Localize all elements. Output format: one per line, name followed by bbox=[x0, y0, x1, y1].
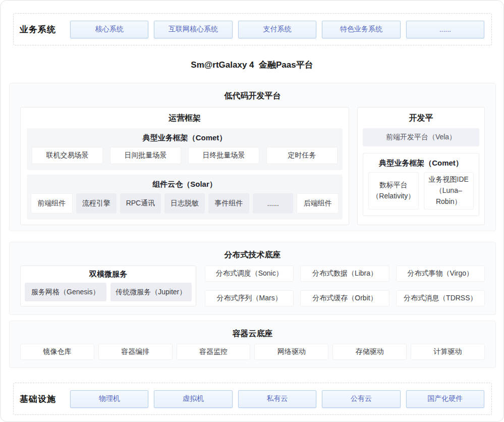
business-systems-row: 业务系统 核心系统 互联网核心系统 支付系统 特色业务系统 ...... bbox=[13, 13, 492, 45]
btn-container-orchestration[interactable]: 容器编排 bbox=[98, 344, 173, 360]
dev-comet-framework-title: 典型业务框架（Comet） bbox=[368, 154, 474, 172]
operation-framework-title: 运营框架 bbox=[21, 108, 349, 128]
luna-robin-line2: （Luna–Robin） bbox=[424, 185, 474, 207]
btn-network-driver[interactable]: 网络驱动 bbox=[254, 344, 328, 360]
btn-storage-driver[interactable]: 存储驱动 bbox=[332, 344, 407, 360]
btn-distributed-transaction-virgo[interactable]: 分布式事物（Virgo） bbox=[396, 266, 485, 282]
low-code-platform-section: 低代码开发平台 运营框架 典型业务框架（Comet） 联机交易场景 日间批量场景… bbox=[9, 83, 496, 231]
btn-payment-system[interactable]: 支付系统 bbox=[238, 21, 316, 38]
dual-mode-chip-row: 服务网格（Genesis） 传统微服务（Jupiter） bbox=[21, 283, 196, 301]
btn-core-system[interactable]: 核心系统 bbox=[70, 21, 148, 38]
btn-private-cloud[interactable]: 私有云 bbox=[238, 390, 316, 408]
btn-distributed-data-libra[interactable]: 分布式数据（Libra） bbox=[300, 266, 389, 282]
distributed-tech-title: 分布式技术底座 bbox=[10, 242, 495, 260]
btn-virtual-machine[interactable]: 虚拟机 bbox=[154, 390, 232, 408]
infrastructure-buttons: 物理机 虚拟机 私有云 公有云 国产化硬件 bbox=[70, 390, 484, 408]
architecture-diagram: 业务系统 核心系统 互联网核心系统 支付系统 特色业务系统 ...... Sm@… bbox=[0, 0, 504, 422]
chip-traditional-microservice-jupiter[interactable]: 传统微服务（Jupiter） bbox=[110, 283, 192, 301]
btn-distributed-cache-orbit[interactable]: 分布式缓存（Orbit） bbox=[300, 290, 389, 306]
chip-backend-component[interactable]: 后端组件 bbox=[297, 193, 339, 214]
btn-domestic-hardware[interactable]: 国产化硬件 bbox=[406, 390, 484, 408]
dev-platform-box: 开发平 前端开发平台（Vela） 典型业务框架（Comet） 数标平台 （Rel… bbox=[357, 107, 485, 225]
distributed-body: 双模微服务 服务网格（Genesis） 传统微服务（Jupiter） 分布式调度… bbox=[20, 266, 485, 306]
luna-robin-line1: 业务视图IDE bbox=[429, 174, 469, 185]
chip-process-engine[interactable]: 流程引擎 bbox=[76, 193, 117, 214]
container-cloud-title: 容器云底座 bbox=[10, 321, 495, 339]
comet-business-framework-title: 典型业务框架（Comet） bbox=[32, 129, 338, 147]
dev-comet-chip-row: 数标平台 （Relativity） 业务视图IDE （Luna–Robin） bbox=[368, 172, 474, 209]
chip-event-component[interactable]: 事件组件 bbox=[208, 193, 249, 214]
business-systems-label: 业务系统 bbox=[20, 24, 66, 35]
chip-more-components-ellipsis[interactable]: ...... bbox=[253, 193, 294, 214]
btn-eod-batch-scenario[interactable]: 日终批量场景 bbox=[188, 147, 259, 164]
distributed-tech-section: 分布式技术底座 双模微服务 服务网格（Genesis） 传统微服务（Jupite… bbox=[9, 242, 496, 315]
infrastructure-label: 基础设施 bbox=[20, 393, 66, 405]
btn-daytime-batch-scenario[interactable]: 日间批量场景 bbox=[110, 147, 181, 164]
dual-mode-microservice-title: 双模微服务 bbox=[21, 266, 196, 283]
btn-scheduled-task[interactable]: 定时任务 bbox=[266, 147, 338, 164]
chip-frontend-component[interactable]: 前端组件 bbox=[31, 193, 73, 214]
btn-physical-machine[interactable]: 物理机 bbox=[70, 390, 148, 408]
btn-internet-core-system[interactable]: 互联网核心系统 bbox=[154, 21, 232, 38]
comet-scenario-row: 联机交易场景 日间批量场景 日终批量场景 定时任务 bbox=[32, 147, 338, 164]
solar-component-cloud-panel: 组件云仓（Solar） 前端组件 流程引擎 RPC通讯 日志脱敏 事件组件 ..… bbox=[27, 175, 343, 220]
btn-image-registry[interactable]: 镜像仓库 bbox=[20, 344, 94, 360]
relativity-line1: 数标平台 bbox=[379, 180, 408, 191]
btn-more-systems-ellipsis[interactable]: ...... bbox=[406, 21, 484, 38]
chip-log-masking[interactable]: 日志脱敏 bbox=[164, 193, 205, 214]
chip-frontend-dev-platform-vela[interactable]: 前端开发平台（Vela） bbox=[363, 128, 479, 146]
btn-distributed-scheduler-sonic[interactable]: 分布式调度（Sonic） bbox=[205, 266, 294, 282]
chip-rpc-communication[interactable]: RPC通讯 bbox=[120, 193, 161, 214]
chip-relativity-platform[interactable]: 数标平台 （Relativity） bbox=[368, 172, 419, 209]
btn-distributed-message-tdrss[interactable]: 分布式消息（TDRSS） bbox=[396, 290, 485, 306]
low-code-body: 运营框架 典型业务框架（Comet） 联机交易场景 日间批量场景 日终批量场景 … bbox=[20, 107, 485, 225]
btn-compute-driver[interactable]: 计算驱动 bbox=[411, 344, 485, 360]
btn-container-monitoring[interactable]: 容器监控 bbox=[177, 344, 251, 360]
btn-special-business-system[interactable]: 特色业务系统 bbox=[322, 21, 400, 38]
btn-public-cloud[interactable]: 公有云 bbox=[322, 390, 400, 408]
infrastructure-row: 基础设施 物理机 虚拟机 私有云 公有云 国产化硬件 bbox=[13, 383, 492, 415]
chip-service-mesh-genesis[interactable]: 服务网格（Genesis） bbox=[25, 283, 106, 301]
dual-mode-microservice-box: 双模微服务 服务网格（Genesis） 传统微服务（Jupiter） bbox=[20, 266, 196, 306]
solar-component-row: 前端组件 流程引擎 RPC通讯 日志脱敏 事件组件 ...... 后端组件 bbox=[31, 193, 339, 214]
relativity-line2: （Relativity） bbox=[372, 191, 415, 202]
business-systems-buttons: 核心系统 互联网核心系统 支付系统 特色业务系统 ...... bbox=[70, 21, 484, 38]
solar-component-cloud-title: 组件云仓（Solar） bbox=[31, 176, 339, 193]
page-title: Sm@rtGalaxy 4 金融Paas平台 bbox=[1, 59, 503, 71]
chip-luna-robin-ide[interactable]: 业务视图IDE （Luna–Robin） bbox=[424, 172, 474, 209]
distributed-services-grid: 分布式调度（Sonic） 分布式数据（Libra） 分布式事物（Virgo） 分… bbox=[205, 266, 485, 306]
btn-distributed-sequence-mars[interactable]: 分布式序列（Mars） bbox=[205, 290, 294, 306]
container-cloud-row: 镜像仓库 容器编排 容器监控 网络驱动 存储驱动 计算驱动 bbox=[20, 344, 485, 360]
dev-platform-title: 开发平 bbox=[358, 108, 484, 128]
comet-business-framework-panel: 典型业务框架（Comet） 联机交易场景 日间批量场景 日终批量场景 定时任务 bbox=[27, 128, 343, 170]
operation-framework-box: 运营框架 典型业务框架（Comet） 联机交易场景 日间批量场景 日终批量场景 … bbox=[20, 107, 349, 225]
container-cloud-section: 容器云底座 镜像仓库 容器编排 容器监控 网络驱动 存储驱动 计算驱动 bbox=[9, 321, 496, 368]
low-code-platform-title: 低代码开发平台 bbox=[10, 83, 495, 101]
dev-comet-framework-box: 典型业务框架（Comet） 数标平台 （Relativity） 业务视图IDE … bbox=[363, 153, 479, 216]
btn-online-trading-scenario[interactable]: 联机交易场景 bbox=[32, 147, 103, 164]
